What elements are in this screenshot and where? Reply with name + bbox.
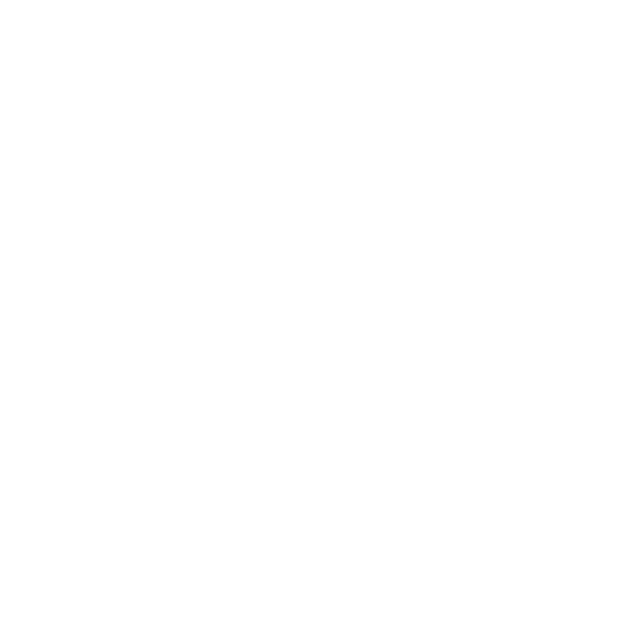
gradient-background [0,0,644,644]
bottleneck-chart [0,0,644,644]
chart-container [0,0,644,644]
